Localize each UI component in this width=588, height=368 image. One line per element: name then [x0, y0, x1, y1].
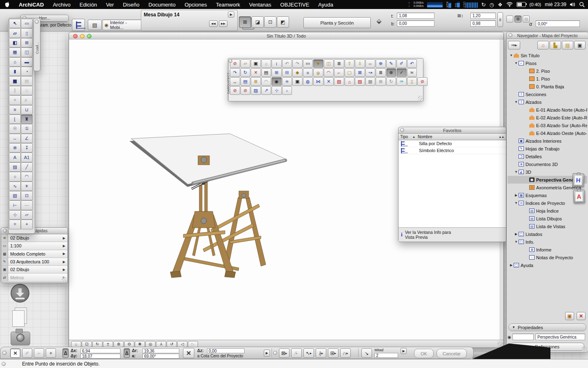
view-nav-button[interactable]: ▷: [188, 341, 198, 347]
mitad-menu-button[interactable]: ▶: [401, 348, 407, 354]
tree-item[interactable]: ⇧ Secciones: [508, 90, 587, 98]
stack-badge-h[interactable]: H: [572, 173, 584, 187]
toolbar-icon-button[interactable]: ▢: [345, 68, 355, 77]
toolbar-icon-button[interactable]: ψ: [313, 68, 323, 77]
tree-item[interactable]: E-02 Alzado Este (Auto-Rec: [508, 114, 587, 121]
quick-option-row[interactable]: ✎ 03 Arquitectura 100 ▶: [1, 258, 67, 266]
toolbar-icon-button[interactable]: ✓: [396, 68, 407, 77]
toolbar-icon-button[interactable]: ▨: [251, 86, 261, 95]
menu-clock[interactable]: mié 23:39: [545, 2, 566, 7]
view-nav-button[interactable]: ↺: [167, 341, 177, 347]
object-browse-button[interactable]: ▶: [228, 11, 234, 18]
viewpoint-name-field[interactable]: Perspectiva Genérica: [535, 334, 585, 340]
special-snap-button[interactable]: ↘: [361, 348, 372, 358]
quick-option-arrow-icon[interactable]: ▶: [61, 266, 67, 273]
menu-diseno[interactable]: Diseño: [118, 0, 144, 9]
toolbar-icon-button[interactable]: ≣: [376, 68, 386, 77]
apple-menu[interactable]: [0, 0, 14, 9]
toolbar-icon-button[interactable]: ⋈: [313, 77, 323, 86]
quick-option-row[interactable]: ▦ Modelo Completo ▶: [1, 250, 67, 258]
quick-option-row[interactable]: ≋ 02 Dibujo ▶: [1, 234, 67, 242]
menu-teamwork[interactable]: Teamwork: [212, 0, 245, 9]
snap-button[interactable]: ⊞▶: [328, 348, 339, 358]
favorite-item[interactable]: Silla por Defecto: [399, 140, 506, 147]
quick-option-value[interactable]: Modelo Completo: [8, 250, 61, 258]
snap-button[interactable]: ⁄▶: [291, 348, 302, 358]
favorites-close-icon[interactable]: [400, 128, 404, 132]
tool-button[interactable]: ∿: [9, 182, 21, 191]
layer-icon-button[interactable]: ▤: [88, 20, 102, 30]
tool-button[interactable]: ⌗: [9, 220, 21, 229]
menu-objective[interactable]: OBJECTiVE: [276, 0, 314, 9]
window-titlebar[interactable]: Sin Título 3D / Todo: [69, 32, 503, 40]
tool-button[interactable]: ▨: [9, 162, 21, 172]
tool-button[interactable]: ⊹: [9, 210, 21, 220]
col-tipo[interactable]: Tipo: [400, 135, 412, 139]
tool-button[interactable]: A: [9, 153, 21, 162]
snap-palette-close-icon[interactable]: [273, 351, 277, 355]
chain-link-button[interactable]: 8: [497, 12, 503, 27]
tree-item[interactable]: 0. Planta Baja: [508, 83, 587, 90]
menu-documento[interactable]: Documento: [144, 0, 180, 9]
tree-item[interactable]: ≣ Informe: [508, 246, 587, 254]
tool-button[interactable]: ∥: [9, 86, 21, 95]
sort-icons[interactable]: ▲▲: [499, 135, 504, 138]
toolbar-icon-button[interactable]: ▧: [334, 77, 344, 86]
favorites-header[interactable]: Tipo ▲ Nombre ▲▲: [399, 134, 506, 140]
tool-button[interactable]: A1: [21, 153, 33, 162]
toolbar-resize-handle[interactable]: [418, 96, 423, 101]
dz-field[interactable]: 0,00: [207, 348, 245, 353]
tool-button[interactable]: ○: [9, 172, 21, 181]
view-nav-button[interactable]: ±: [103, 341, 113, 347]
toolbar-icon-button[interactable]: ⊠: [355, 68, 365, 77]
object-next-button[interactable]: ▶▶: [219, 20, 227, 27]
toolbar-icon-button[interactable]: ▩: [365, 77, 376, 86]
spotlight-icon[interactable]: [579, 2, 585, 7]
project-chooser-button[interactable]: ⇒▶: [508, 41, 520, 49]
favorite-item[interactable]: Símbolo Eléctrico: [399, 147, 506, 154]
properties-disclosure-icon[interactable]: ▼: [512, 325, 515, 329]
tool-button[interactable]: ⌖: [21, 220, 33, 229]
tool-button[interactable]: ⊕: [9, 143, 21, 153]
disclosure-arrow-icon[interactable]: ▼: [514, 170, 519, 174]
stack-badge-a[interactable]: A: [573, 190, 585, 204]
properties-header[interactable]: ▼ Propiedades: [508, 323, 586, 331]
disclosure-arrow-icon[interactable]: ▼: [509, 54, 514, 57]
toolbar-icon-button[interactable]: ≡: [303, 68, 313, 77]
toolbar-icon-button[interactable]: Ξ: [407, 77, 417, 86]
tool-button[interactable]: ⊞: [21, 38, 33, 47]
toolbar-icon-button[interactable]: ⊹: [272, 86, 282, 95]
view-nav-button[interactable]: ⅄: [156, 341, 166, 347]
toolbar-icon-button[interactable]: ⊗: [386, 68, 396, 77]
view-nav-button[interactable]: ⊡: [82, 341, 92, 347]
tree-item[interactable]: E-03 Alzado Sur (Auto-Reco: [508, 121, 587, 129]
toolbar-icon-button[interactable]: ⊟: [282, 68, 292, 77]
toolbar-icon-button[interactable]: ⌂: [261, 59, 272, 68]
b-field[interactable]: 0,00: [397, 20, 434, 27]
toolbar-icon-button[interactable]: ▣: [251, 59, 261, 68]
cancel-button[interactable]: Cancelar: [437, 349, 467, 358]
mitad-field[interactable]: 2: [374, 353, 398, 358]
toolbar-icon-button[interactable]: ⊞: [272, 68, 282, 77]
toolbar-icon-button[interactable]: ∞: [365, 59, 376, 68]
angle-field[interactable]: 0,00°: [536, 20, 580, 27]
toolbar-icon-button[interactable]: ↶: [407, 59, 417, 68]
geometry-method-button[interactable]: ◩: [277, 16, 289, 28]
cuad-close-icon[interactable]: [35, 20, 39, 24]
tool-button[interactable]: ↧: [21, 143, 33, 153]
toolbar-icon-button[interactable]: ↗: [261, 86, 272, 95]
view-nav-button[interactable]: ⌂: [71, 341, 81, 347]
tool-button[interactable]: ↔: [9, 134, 21, 143]
plan-section-button[interactable]: Planta y Sección: [303, 17, 371, 28]
tree-item[interactable]: ✎ Hojas de Trabajo: [508, 145, 587, 153]
menu-edicion[interactable]: Edición: [75, 0, 102, 9]
tree-item[interactable]: ▤ Lista de Vistas: [508, 222, 587, 230]
garquitect-close-icon[interactable]: [229, 59, 232, 63]
navigator-resize-handle[interactable]: [582, 346, 587, 351]
snap-button[interactable]: ⊠▶: [279, 348, 290, 358]
delta-xy-toggle[interactable]: Δ: [62, 348, 69, 358]
tree-item[interactable]: ▼ Sin Título: [508, 52, 587, 59]
a-field[interactable]: 69,00°: [143, 354, 179, 359]
tree-item[interactable]: ▶ ▢ Ayuda: [508, 261, 587, 269]
navigator-tab[interactable]: ▙: [550, 41, 561, 49]
